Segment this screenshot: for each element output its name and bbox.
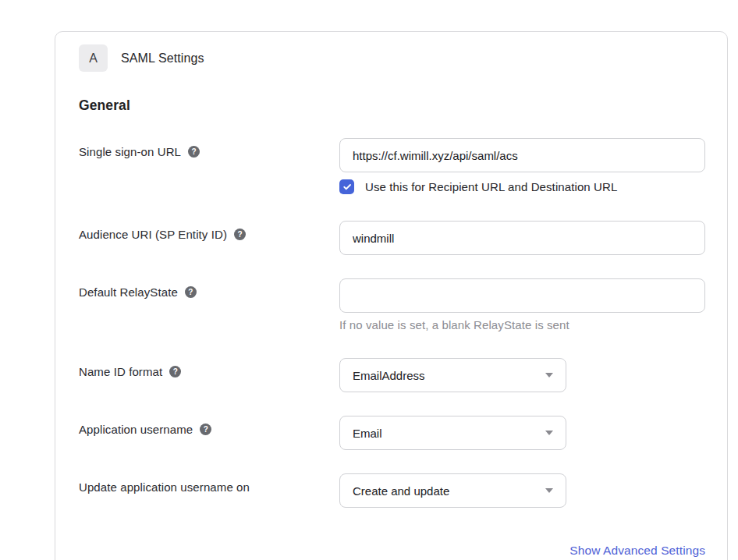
- sso-url-input[interactable]: [339, 138, 705, 172]
- sso-url-label: Single sign-on URL ?: [79, 138, 339, 158]
- update-username-on-label-text: Update application username on: [79, 480, 250, 494]
- checkmark-icon: [342, 183, 352, 192]
- recipient-url-checkbox-label[interactable]: Use this for Recipient URL and Destinati…: [365, 180, 617, 193]
- name-id-format-control: EmailAddress: [339, 358, 704, 392]
- application-username-control: Email: [339, 416, 704, 450]
- application-username-label: Application username ?: [79, 416, 339, 436]
- name-id-format-label-text: Name ID format: [79, 365, 162, 378]
- chevron-down-icon: [545, 488, 553, 493]
- saml-settings-card: A SAML Settings General Single sign-on U…: [55, 31, 728, 560]
- default-relaystate-label: Default RelayState ?: [79, 278, 339, 299]
- chevron-down-icon: [545, 373, 553, 377]
- help-icon[interactable]: ?: [200, 424, 211, 435]
- default-relaystate-control: If no value is set, a blank RelayState i…: [339, 278, 705, 331]
- application-username-select[interactable]: Email: [339, 416, 566, 450]
- audience-uri-label-text: Audience URI (SP Entity ID): [79, 228, 227, 241]
- help-icon[interactable]: ?: [185, 286, 197, 298]
- show-advanced-settings-link[interactable]: Show Advanced Settings: [569, 544, 705, 557]
- help-icon[interactable]: ?: [188, 146, 200, 158]
- application-username-label-text: Application username: [79, 423, 193, 436]
- field-row-sso-url: Single sign-on URL ? Use this for Recipi…: [79, 138, 704, 194]
- card-header: A SAML Settings: [79, 44, 704, 72]
- default-relaystate-label-text: Default RelayState: [79, 285, 178, 299]
- sso-url-checkbox-row: Use this for Recipient URL and Destinati…: [339, 179, 705, 194]
- application-username-value: Email: [353, 427, 382, 440]
- field-row-name-id-format: Name ID format ? EmailAddress: [79, 358, 704, 392]
- sso-url-control: Use this for Recipient URL and Destinati…: [339, 138, 705, 194]
- sso-url-label-text: Single sign-on URL: [79, 145, 181, 158]
- field-row-audience-uri: Audience URI (SP Entity ID) ?: [79, 221, 704, 255]
- update-username-on-select[interactable]: Create and update: [339, 473, 566, 508]
- help-icon[interactable]: ?: [234, 229, 246, 240]
- recipient-url-checkbox[interactable]: [339, 179, 354, 194]
- field-row-default-relaystate: Default RelayState ? If no value is set,…: [79, 278, 704, 331]
- step-badge: A: [79, 44, 108, 72]
- audience-uri-input[interactable]: [339, 221, 705, 255]
- section-heading-general: General: [79, 97, 704, 114]
- footer-row: Show Advanced Settings: [79, 544, 705, 558]
- name-id-format-value: EmailAddress: [353, 369, 425, 382]
- card-title: SAML Settings: [121, 51, 204, 66]
- audience-uri-label: Audience URI (SP Entity ID) ?: [79, 221, 339, 241]
- default-relaystate-helper: If no value is set, a blank RelayState i…: [339, 318, 705, 331]
- field-row-application-username: Application username ? Email: [79, 416, 704, 450]
- name-id-format-select[interactable]: EmailAddress: [339, 358, 566, 392]
- name-id-format-label: Name ID format ?: [79, 358, 339, 378]
- chevron-down-icon: [545, 431, 553, 435]
- help-icon[interactable]: ?: [169, 366, 181, 377]
- update-username-on-control: Create and update: [339, 473, 704, 508]
- default-relaystate-input[interactable]: [339, 278, 705, 313]
- saml-settings-form: Single sign-on URL ? Use this for Recipi…: [79, 138, 704, 558]
- update-username-on-label: Update application username on: [79, 473, 339, 494]
- field-row-update-username-on: Update application username on Create an…: [79, 473, 704, 508]
- update-username-on-value: Create and update: [353, 484, 449, 498]
- audience-uri-control: [339, 221, 705, 255]
